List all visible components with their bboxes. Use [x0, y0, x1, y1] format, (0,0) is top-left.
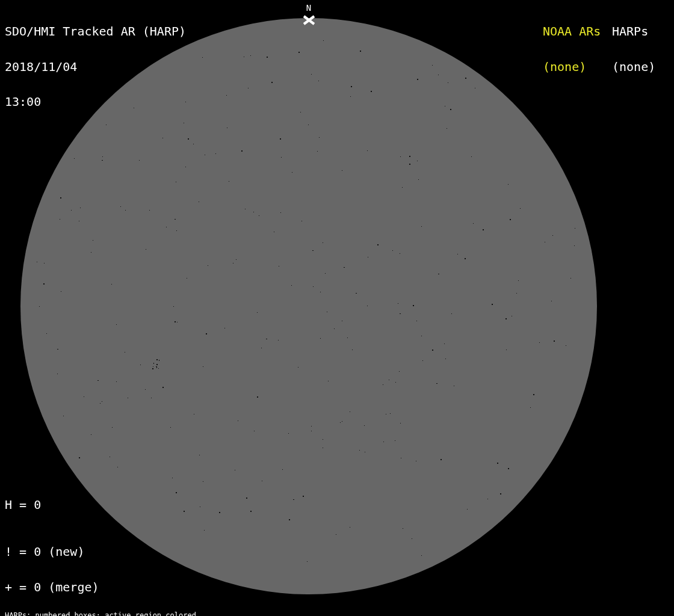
- north-label: N: [291, 4, 327, 12]
- harps-value: (none): [612, 61, 655, 73]
- legend-flag-new: ! = 0 (new): [5, 546, 143, 558]
- north-cross-icon: [303, 15, 315, 25]
- footer-note-harps: HARPs: numbered boxes; active region col…: [5, 612, 257, 616]
- legend-flag-merge: + = 0 (merge): [5, 582, 143, 594]
- north-marker: N: [291, 4, 327, 12]
- noaa-ars-value: (none): [543, 61, 601, 73]
- footer-caption: HARPs: numbered boxes; active region col…: [5, 597, 257, 616]
- harps-block: HARPs (none): [612, 2, 655, 96]
- harp-figure: SDO/HMI Tracked AR (HARP) 2018/11/04 13:…: [0, 0, 674, 616]
- noaa-ars-label: NOAA ARs: [543, 26, 601, 38]
- harps-label: HARPs: [612, 26, 655, 38]
- noaa-ars-block: NOAA ARs (none): [543, 2, 601, 96]
- time-label: 13:00: [5, 96, 186, 108]
- harp-count-label: H = 0: [5, 499, 41, 511]
- app-title: SDO/HMI Tracked AR (HARP): [5, 26, 186, 38]
- header-left: SDO/HMI Tracked AR (HARP) 2018/11/04 13:…: [5, 2, 186, 132]
- date-label: 2018/11/04: [5, 61, 186, 73]
